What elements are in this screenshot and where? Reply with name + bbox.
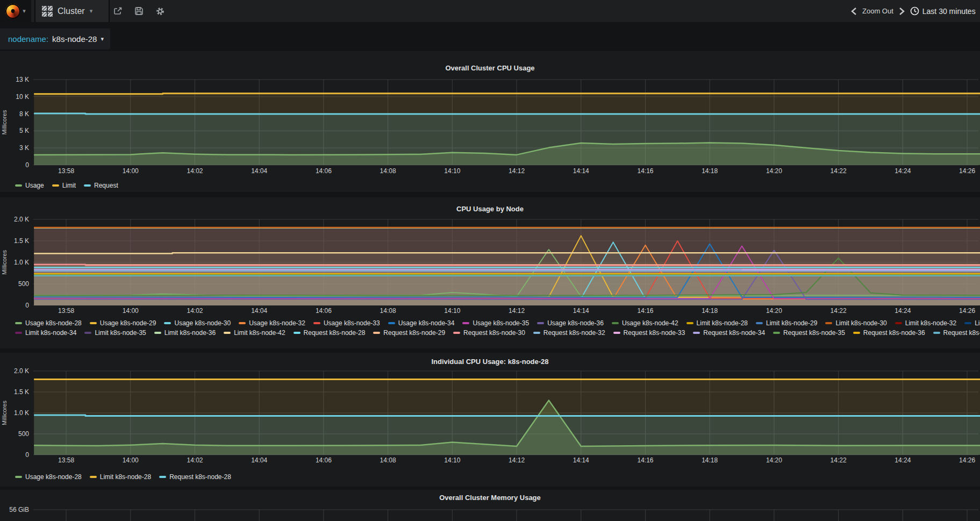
zoom-out-button[interactable]: Zoom Out xyxy=(862,7,893,15)
y-axis-tick: 10 K xyxy=(16,93,29,101)
legend-item[interactable]: Request k8s-node-34 xyxy=(693,329,765,337)
share-button[interactable] xyxy=(109,0,127,22)
legend-swatch-icon xyxy=(686,322,693,324)
x-axis-tick: 14:02 xyxy=(187,307,203,315)
time-forward-button[interactable] xyxy=(899,8,905,15)
legend-item[interactable]: Request k8s-node-28 xyxy=(159,473,231,481)
time-range-picker[interactable]: Last 30 minutes xyxy=(910,6,976,16)
share-icon xyxy=(113,6,123,16)
grafana-logo-menu[interactable]: ▾ xyxy=(0,0,31,22)
chart-canvas-2[interactable]: 05001.0 K1.5 K2.0 K13:5814:0014:0214:041… xyxy=(0,353,980,487)
legend-label: Usage k8s-node-33 xyxy=(324,319,380,327)
legend-swatch-icon xyxy=(164,322,171,324)
x-axis-tick: 14:24 xyxy=(895,456,911,464)
legend-item[interactable]: Request k8s-node-35 xyxy=(773,329,845,337)
panel-cpu-usage-by-node: CPU Usage by Node 05001.0 K1.5 K2.0 K13:… xyxy=(0,197,980,348)
legend-label: Request k8s-node-35 xyxy=(783,329,845,337)
legend-item[interactable]: Limit k8s-node-28 xyxy=(686,319,748,327)
legend-item[interactable]: Request k8s-node-28 xyxy=(294,329,366,337)
legend-item[interactable]: Usage k8s-node-29 xyxy=(90,319,156,327)
legend-item[interactable]: Usage k8s-node-28 xyxy=(15,473,82,481)
legend-item[interactable]: Usage k8s-node-34 xyxy=(388,319,455,327)
legend-item[interactable]: Usage xyxy=(15,182,44,189)
legend-swatch-icon xyxy=(613,332,620,334)
legend-item[interactable]: Limit xyxy=(52,182,76,189)
legend-item[interactable]: Usage k8s-node-36 xyxy=(537,319,604,327)
legend-item[interactable]: Request k8s-node-33 xyxy=(613,329,685,337)
panel-overall-cluster-cpu-usage: Overall Cluster CPU Usage 03 K5 K8 K10 K… xyxy=(0,51,980,192)
legend-item[interactable]: Usage k8s-node-42 xyxy=(612,319,678,327)
legend-swatch-icon xyxy=(453,332,460,334)
legend-item[interactable]: Request k8s-node-36 xyxy=(853,329,925,337)
x-axis-tick: 14:04 xyxy=(251,456,267,464)
legend-item[interactable]: Limit k8s-node-35 xyxy=(84,329,146,337)
legend-item[interactable]: Request k8s-node-29 xyxy=(373,329,445,337)
y-axis-tick: 3 K xyxy=(19,144,29,152)
legend-label: Request k8s-node-30 xyxy=(463,329,525,337)
time-controls: Zoom Out Last 30 minutes xyxy=(851,0,976,22)
legend-label: Request k8s-node-33 xyxy=(624,329,685,337)
x-axis-tick: 14:16 xyxy=(637,456,653,464)
x-axis-tick: 14:00 xyxy=(123,167,139,175)
y-axis-tick: 500 xyxy=(18,280,29,288)
chart-canvas-3[interactable]: 56 GiB13:5814:0014:0214:0414:0614:0814:1… xyxy=(0,490,980,521)
legend-item[interactable]: Request k8s-node-32 xyxy=(533,329,605,337)
save-button[interactable] xyxy=(130,0,148,22)
legend-item[interactable]: Limit k8s-node-32 xyxy=(895,319,956,327)
legend-label: Limit k8s-node-34 xyxy=(25,329,76,337)
legend-label: Request xyxy=(94,182,118,189)
legend-swatch-icon xyxy=(933,332,940,334)
legend-item[interactable]: Limit k8s-node-42 xyxy=(224,329,285,337)
panel-individual-cpu-usage: Individual CPU Usage: k8s-node-28 05001.… xyxy=(0,353,980,487)
y-axis-tick: 2.0 K xyxy=(14,216,29,223)
time-back-button[interactable] xyxy=(851,8,857,15)
legend-swatch-icon xyxy=(533,332,540,334)
legend-swatch-icon xyxy=(154,332,161,334)
legend-swatch-icon xyxy=(294,332,301,334)
legend-item[interactable]: Limit k8s-node-28 xyxy=(90,473,151,481)
legend-item[interactable]: Usage k8s-node-33 xyxy=(313,319,380,327)
legend-item[interactable]: Limit k8s-node-29 xyxy=(756,319,817,327)
legend-item[interactable]: Request k8s-node-42 xyxy=(933,329,980,337)
template-variable-nodename[interactable]: nodename: k8s-node-28 ▾ xyxy=(0,28,110,49)
chart-canvas-0[interactable]: 03 K5 K8 K10 K13 K13:5814:0014:0214:0414… xyxy=(0,51,980,192)
dashboard-picker[interactable]: Cluster ▾ xyxy=(34,0,110,22)
legend-item[interactable]: Limit k8s-node-33 xyxy=(964,319,980,327)
legend-item[interactable]: Limit k8s-node-34 xyxy=(15,329,76,337)
legend-swatch-icon xyxy=(84,184,91,187)
y-axis-tick: 1.0 K xyxy=(14,409,29,417)
legend-item[interactable]: Request xyxy=(84,182,118,189)
x-axis-tick: 14:08 xyxy=(380,456,396,464)
x-axis-tick: 13:58 xyxy=(58,456,74,464)
legend-label: Request k8s-node-36 xyxy=(863,329,925,337)
legend-item[interactable]: Limit k8s-node-36 xyxy=(154,329,216,337)
legend-label: Request k8s-node-28 xyxy=(169,473,231,481)
y-axis-tick: 8 K xyxy=(19,110,29,118)
legend-swatch-icon xyxy=(612,322,619,324)
x-axis-tick: 14:22 xyxy=(831,167,847,175)
settings-button[interactable] xyxy=(151,0,169,22)
legend-item[interactable]: Request k8s-node-30 xyxy=(453,329,525,337)
legend-item[interactable]: Usage k8s-node-35 xyxy=(462,319,529,327)
chart-legend: UsageLimitRequest xyxy=(15,180,980,190)
y-axis-label: Millicores xyxy=(1,250,8,275)
top-navbar: ▾ Cluster ▾ Zoom Out xyxy=(0,0,980,22)
caret-down-icon: ▾ xyxy=(101,36,104,42)
legend-item[interactable]: Usage k8s-node-28 xyxy=(15,319,82,327)
legend-swatch-icon xyxy=(239,322,246,324)
x-axis-tick: 14:14 xyxy=(573,307,589,315)
legend-swatch-icon xyxy=(52,184,59,187)
legend-swatch-icon xyxy=(159,476,166,478)
x-axis-tick: 14:14 xyxy=(573,167,589,175)
legend-item[interactable]: Usage k8s-node-30 xyxy=(164,319,231,327)
legend-label: Usage k8s-node-35 xyxy=(473,319,529,327)
legend-item[interactable]: Usage k8s-node-32 xyxy=(239,319,305,327)
chart-legend: Usage k8s-node-28Limit k8s-node-28Reques… xyxy=(15,472,980,481)
x-axis-tick: 14:24 xyxy=(895,167,911,175)
legend-label: Limit k8s-node-33 xyxy=(975,319,980,327)
legend-swatch-icon xyxy=(388,322,395,324)
legend-item[interactable]: Limit k8s-node-30 xyxy=(825,319,886,327)
y-axis-tick: 0 xyxy=(25,161,29,169)
x-axis-tick: 14:18 xyxy=(702,456,718,464)
y-axis-label: Millicores xyxy=(1,401,8,425)
